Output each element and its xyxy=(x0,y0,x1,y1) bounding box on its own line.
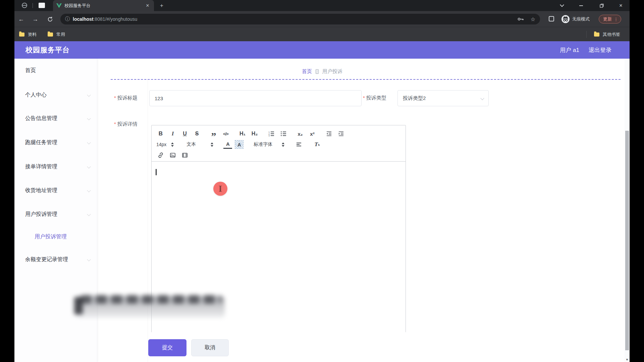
complaint-type-select[interactable]: 投诉类型2 xyxy=(397,90,489,106)
folder-icon xyxy=(594,33,599,37)
app-header: 校园服务平台 用户 a1 退出登录 xyxy=(14,41,630,59)
window-close-button[interactable]: ✕ xyxy=(613,0,628,11)
bullet-list-button[interactable] xyxy=(279,129,288,138)
submit-button[interactable]: 提交 xyxy=(148,339,186,356)
background-color-button[interactable]: A xyxy=(235,140,244,149)
bookmark-star-icon[interactable]: ☆ xyxy=(531,16,535,22)
cancel-button[interactable]: 取消 xyxy=(191,339,229,356)
text-color-button[interactable]: A xyxy=(223,140,232,149)
dashed-divider xyxy=(111,79,621,80)
reload-button[interactable] xyxy=(46,15,54,23)
editor-toolbar: B I U S ” </> H₁ H₂ 123 x₂ x² xyxy=(152,125,406,162)
outdent-button[interactable] xyxy=(325,129,333,138)
font-family-spinner-icon[interactable] xyxy=(282,142,284,147)
heading-spinner-icon[interactable] xyxy=(211,142,213,147)
bold-button[interactable]: B xyxy=(156,129,165,138)
bookmark-folder[interactable]: 常用 xyxy=(48,27,65,42)
complaint-title-input[interactable] xyxy=(149,90,362,106)
sidebar-item-balance-records[interactable]: 余额变更记录管理 xyxy=(25,256,68,263)
ibeam-cursor-icon: I xyxy=(219,184,222,194)
sidebar-subitem-complaints-active[interactable]: 用户投诉管理 xyxy=(35,233,67,241)
font-size-select[interactable]: 14px xyxy=(156,140,166,149)
globe-icon[interactable] xyxy=(22,3,27,8)
forward-button[interactable]: → xyxy=(31,15,40,23)
underline-button[interactable]: U xyxy=(180,129,189,138)
site-info-icon[interactable]: ⓘ xyxy=(65,16,70,22)
url-path: :8081/#/yonghutousu xyxy=(93,16,137,22)
incognito-icon xyxy=(561,15,570,23)
sidebar-item-home[interactable]: 首页 xyxy=(25,67,36,74)
tab-close-icon[interactable]: ✕ xyxy=(145,3,151,8)
code-block-button[interactable]: </> xyxy=(221,129,230,138)
link-button[interactable] xyxy=(156,151,165,160)
sidebar-item-profile[interactable]: 个人中心 xyxy=(25,92,47,99)
window-minimize-button[interactable] xyxy=(574,0,588,11)
other-bookmarks[interactable]: 其他书签 xyxy=(594,27,620,42)
browser-toolbar: ← → ⓘ localhost :8081/#/yonghutousu ☆ xyxy=(14,11,630,27)
svg-text:3: 3 xyxy=(269,135,270,137)
header-2-button[interactable]: H₂ xyxy=(250,129,259,138)
chevron-down-icon xyxy=(87,93,91,97)
header-1-button[interactable]: H₁ xyxy=(238,129,247,138)
back-button[interactable]: ← xyxy=(17,15,25,23)
bookmarks-bar: 资料 常用 其他书签 xyxy=(14,27,630,41)
browser-update-button[interactable]: 更新 ⋮ xyxy=(599,15,621,23)
app-title: 校园服务平台 xyxy=(25,45,70,55)
address-bar[interactable]: ⓘ localhost :8081/#/yonghutousu ☆ xyxy=(60,14,540,24)
active-tab[interactable]: 校园服务平台 ✕ xyxy=(53,0,154,11)
chevron-down-icon xyxy=(87,140,91,144)
page-body: 首页 个人中心 公告信息管理 跑腿任务管理 接单详情管理 收货地址管理 用户投诉… xyxy=(14,59,630,362)
sidebar-item-announcements[interactable]: 公告信息管理 xyxy=(25,115,57,122)
sidebar-item-order-details[interactable]: 接单详情管理 xyxy=(25,163,57,171)
screen: 校园服务平台 ✕ + ✕ ← → ⓘ localhost :8081/#/yon… xyxy=(14,0,630,362)
chevron-down-icon xyxy=(87,188,91,192)
sidebar-item-addresses[interactable]: 收货地址管理 xyxy=(25,187,57,194)
vue-favicon-icon xyxy=(56,3,62,8)
tab-title: 校园服务平台 xyxy=(64,3,145,9)
tab-separator xyxy=(33,3,33,8)
blockquote-button[interactable]: ” xyxy=(209,129,218,138)
video-button[interactable] xyxy=(180,151,189,160)
font-family-select[interactable]: 标准字体 xyxy=(254,140,272,149)
align-button[interactable] xyxy=(294,140,303,149)
browser-tab-bar: 校园服务平台 ✕ + ✕ xyxy=(14,0,630,11)
bookmarks-separator xyxy=(586,31,587,38)
browser-menu-icon[interactable]: ⋮ xyxy=(614,17,618,22)
indent-button[interactable] xyxy=(337,129,345,138)
chevron-down-icon xyxy=(87,116,91,120)
complaint-type-label: *投诉类型 xyxy=(363,95,386,102)
chevron-down-icon xyxy=(87,212,91,216)
sidebar-item-complaints[interactable]: 用户投诉管理 xyxy=(25,211,57,218)
scrollbar-thumb[interactable] xyxy=(625,131,629,350)
window-menu-chevron-icon[interactable] xyxy=(554,0,569,11)
superscript-button[interactable]: x² xyxy=(308,129,317,138)
chevron-down-icon xyxy=(87,257,91,261)
incognito-badge: 无痕模式 xyxy=(561,15,590,23)
font-size-spinner-icon[interactable] xyxy=(171,142,174,147)
heading-select[interactable]: 文本 xyxy=(186,140,196,149)
scrollbar-down-arrow-icon[interactable]: ▼ xyxy=(625,358,630,361)
sidebar-item-errand-tasks[interactable]: 跑腿任务管理 xyxy=(25,139,57,146)
bookmark-folder[interactable]: 资料 xyxy=(19,27,37,42)
new-tab-button[interactable]: + xyxy=(158,2,165,9)
strikethrough-button[interactable]: S xyxy=(193,129,201,138)
subscript-button[interactable]: x₂ xyxy=(296,129,305,138)
clear-format-button[interactable]: Tx xyxy=(313,140,321,149)
logout-link[interactable]: 退出登录 xyxy=(589,46,611,54)
current-user[interactable]: 用户 a1 xyxy=(560,46,579,54)
image-button[interactable] xyxy=(168,151,177,160)
text-caret xyxy=(156,169,157,175)
italic-button[interactable]: I xyxy=(168,129,177,138)
folder-icon xyxy=(19,33,24,37)
chevron-down-icon xyxy=(87,165,91,168)
password-key-icon[interactable] xyxy=(518,17,524,21)
window-restore-button[interactable] xyxy=(594,0,609,11)
breadcrumb-separator-icon xyxy=(315,69,319,74)
breadcrumb-home-link[interactable]: 首页 xyxy=(302,68,312,75)
pinned-tab[interactable] xyxy=(39,3,45,8)
side-panel-icon[interactable] xyxy=(549,16,554,21)
mouse-cursor-highlight: I xyxy=(213,182,227,196)
page-scrollbar[interactable]: ▼ xyxy=(625,59,630,362)
breadcrumb-current: 用户投诉 xyxy=(322,68,342,75)
ordered-list-button[interactable]: 123 xyxy=(267,129,276,138)
